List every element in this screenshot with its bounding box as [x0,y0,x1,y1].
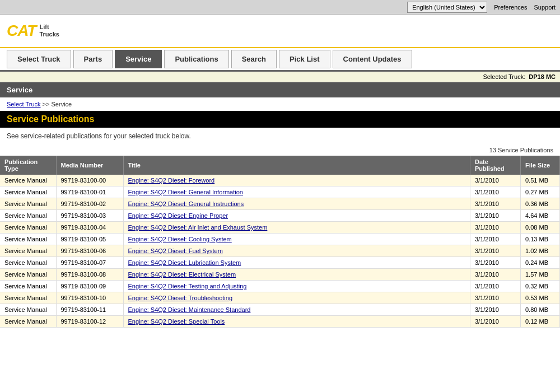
cell-size: 0.13 MB [521,234,560,245]
breadcrumb-separator: >> [43,101,50,108]
cell-size: 0.08 MB [521,222,560,234]
cell-size: 0.27 MB [521,186,560,198]
publication-link[interactable]: Engine: S4Q2 Diesel: Troubleshooting [128,295,233,301]
cell-title[interactable]: Engine: S4Q2 Diesel: Maintenance Standar… [123,304,470,316]
publication-count: 13 Service Publications [0,144,560,156]
nav-tab-publications[interactable]: Publications [164,50,228,68]
table-row: Service Manual99719-83100-10Engine: S4Q2… [0,292,560,304]
cell-media: 99719-83100-04 [56,222,123,234]
table-row: Service Manual99719-83100-06Engine: S4Q2… [0,245,560,257]
cell-title[interactable]: Engine: S4Q2 Diesel: Electrical System [123,269,470,281]
publication-link[interactable]: Engine: S4Q2 Diesel: Electrical System [128,271,236,278]
publications-table: Publication Type Media Number Title Date… [0,156,560,328]
cell-date: 3/1/2010 [470,245,521,257]
cell-size: 0.12 MB [521,316,560,328]
app-header: CAT LiftTrucks [0,15,560,48]
cell-title[interactable]: Engine: S4Q2 Diesel: Foreword [123,175,470,186]
cell-size: 4.64 MB [521,210,560,222]
cell-type: Service Manual [0,186,56,198]
cell-size: 0.80 MB [521,304,560,316]
nav-tab-service[interactable]: Service [115,50,162,68]
table-row: Service Manual99719-83100-03Engine: S4Q2… [0,210,560,222]
publication-link[interactable]: Engine: S4Q2 Diesel: Foreword [128,177,215,184]
cell-type: Service Manual [0,292,56,304]
cell-media: 99719-83100-02 [56,198,123,210]
top-bar: English (United States) Spanish French G… [0,0,560,15]
cell-media: 99719-83100-08 [56,269,123,281]
cell-type: Service Manual [0,198,56,210]
col-header-title: Title [123,156,470,175]
language-select[interactable]: English (United States) Spanish French G… [407,2,487,13]
cell-media: 99719-83100-06 [56,245,123,257]
cell-type: Service Manual [0,304,56,316]
cell-type: Service Manual [0,257,56,269]
publication-link[interactable]: Engine: S4Q2 Diesel: Maintenance Standar… [128,306,251,313]
page-description: See service-related publications for you… [0,128,560,144]
cell-size: 0.51 MB [521,175,560,186]
cell-media: 99719-83100-12 [56,316,123,328]
cell-title[interactable]: Engine: S4Q2 Diesel: Troubleshooting [123,292,470,304]
cell-title[interactable]: Engine: S4Q2 Diesel: Special Tools [123,316,470,328]
table-row: Service Manual99719-83100-05Engine: S4Q2… [0,234,560,245]
cell-type: Service Manual [0,222,56,234]
cell-title[interactable]: Engine: S4Q2 Diesel: Cooling System [123,234,470,245]
navigation: Select TruckPartsServicePublicationsSear… [0,48,560,72]
nav-tab-search[interactable]: Search [231,50,277,68]
support-link[interactable]: Support [534,4,556,11]
section-header: Service [0,82,560,97]
cell-date: 3/1/2010 [470,234,521,245]
cell-date: 3/1/2010 [470,304,521,316]
cell-media: 99719-83100-01 [56,186,123,198]
cell-date: 3/1/2010 [470,198,521,210]
table-row: Service Manual99719-83100-00Engine: S4Q2… [0,175,560,186]
publication-link[interactable]: Engine: S4Q2 Diesel: Fuel System [128,248,223,254]
cell-type: Service Manual [0,245,56,257]
selected-truck-bar: Selected Truck: DP18 MC [0,72,560,82]
logo-cat-text: CAT [7,22,36,40]
cell-title[interactable]: Engine: S4Q2 Diesel: Air Inlet and Exhau… [123,222,470,234]
col-header-size: File Size [521,156,560,175]
col-header-media: Media Number [56,156,123,175]
publication-link[interactable]: Engine: S4Q2 Diesel: Lubrication System [128,259,241,266]
nav-tab-pick-list[interactable]: Pick List [279,50,330,68]
cell-type: Service Manual [0,234,56,245]
publication-link[interactable]: Engine: S4Q2 Diesel: General Instruction… [128,200,244,207]
nav-tab-content-updates[interactable]: Content Updates [333,50,412,68]
publication-link[interactable]: Engine: S4Q2 Diesel: General Information [128,189,243,195]
publication-link[interactable]: Engine: S4Q2 Diesel: Testing and Adjusti… [128,283,247,290]
cell-date: 3/1/2010 [470,222,521,234]
selected-truck-label: Selected Truck: [483,73,527,80]
cell-size: 0.53 MB [521,292,560,304]
cell-type: Service Manual [0,281,56,292]
cell-type: Service Manual [0,175,56,186]
preferences-link[interactable]: Preferences [494,4,527,11]
cell-size: 0.36 MB [521,198,560,210]
cell-title[interactable]: Engine: S4Q2 Diesel: Fuel System [123,245,470,257]
publication-link[interactable]: Engine: S4Q2 Diesel: Cooling System [128,236,232,242]
table-header-row: Publication Type Media Number Title Date… [0,156,560,175]
nav-tab-parts[interactable]: Parts [73,50,113,68]
cell-title[interactable]: Engine: S4Q2 Diesel: Engine Proper [123,210,470,222]
table-row: Service Manual99719-83100-02Engine: S4Q2… [0,198,560,210]
breadcrumb-select-truck-link[interactable]: Select Truck [7,101,41,108]
cell-title[interactable]: Engine: S4Q2 Diesel: Lubrication System [123,257,470,269]
cell-size: 1.02 MB [521,245,560,257]
cell-media: 99719-83100-11 [56,304,123,316]
cell-media: 99719-83100-09 [56,281,123,292]
publication-link[interactable]: Engine: S4Q2 Diesel: Special Tools [128,318,225,325]
cell-date: 3/1/2010 [470,186,521,198]
cell-title[interactable]: Engine: S4Q2 Diesel: General Instruction… [123,198,470,210]
publication-link[interactable]: Engine: S4Q2 Diesel: Air Inlet and Exhau… [128,224,268,231]
cell-title[interactable]: Engine: S4Q2 Diesel: General Information [123,186,470,198]
cell-type: Service Manual [0,269,56,281]
nav-tab-select-truck[interactable]: Select Truck [7,50,71,68]
cell-date: 3/1/2010 [470,281,521,292]
col-header-type: Publication Type [0,156,56,175]
cell-size: 0.24 MB [521,257,560,269]
table-row: Service Manual99719-83100-08Engine: S4Q2… [0,269,560,281]
table-body: Service Manual99719-83100-00Engine: S4Q2… [0,175,560,328]
publication-link[interactable]: Engine: S4Q2 Diesel: Engine Proper [128,212,228,219]
cell-title[interactable]: Engine: S4Q2 Diesel: Testing and Adjusti… [123,281,470,292]
cell-date: 3/1/2010 [470,210,521,222]
table-row: Service Manual99719-83100-12Engine: S4Q2… [0,316,560,328]
